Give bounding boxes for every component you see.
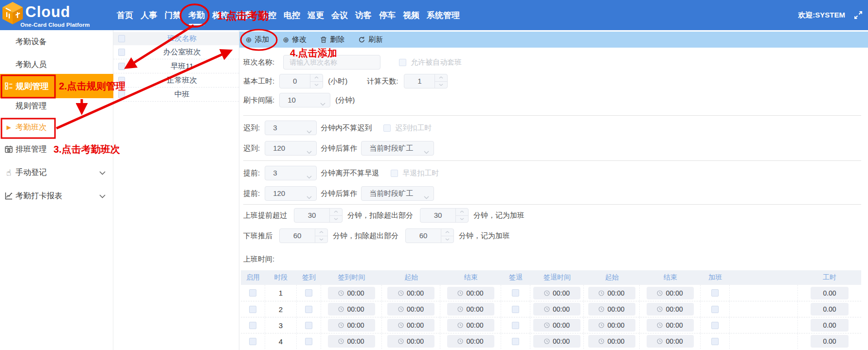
checkin-time-input[interactable]: 00:00 [328,303,375,315]
period-end-time-input[interactable]: 00:00 [447,319,494,332]
nav-item[interactable]: 首页 [117,10,133,21]
checkout-end-time-input[interactable]: 00:00 [647,303,694,315]
add-button[interactable]: ⊕ 添加 [246,35,270,44]
select-all-checkbox[interactable] [118,35,125,42]
overtime-checkbox[interactable] [711,322,719,329]
edit-button[interactable]: ⊕ 修改 [283,35,307,44]
stepper-arrows-icon[interactable] [329,209,342,222]
period-start-time-input[interactable]: 00:00 [387,303,434,315]
sidebar-subitem-attendance-shift[interactable]: ▶ 考勤班次 [0,120,113,135]
stepper-arrows-icon[interactable] [455,209,468,222]
late-grace-select[interactable]: 3 [265,121,317,135]
sidebar-item-attendance-devices[interactable]: 考勤设备 [0,34,113,50]
chevron-down-icon[interactable] [99,168,106,177]
row-checkbox[interactable] [118,77,125,84]
shift-name-input[interactable] [283,55,380,70]
overtime-checkbox[interactable] [711,289,719,297]
late-absent-select[interactable]: 120 [265,141,317,156]
late-deduct-checkbox[interactable] [383,124,391,132]
checkin-time-input[interactable]: 00:00 [328,287,375,299]
shift-list-row[interactable]: 正常班次 [113,73,239,88]
sidebar-item-manual-registration[interactable]: ☝ 手动登记 [0,165,113,180]
enable-checkbox[interactable] [249,338,256,345]
sidebar-item-attendance-report[interactable]: 考勤打卡报表 [0,188,113,204]
checkin-checkbox[interactable] [305,289,312,297]
enable-checkbox[interactable] [249,289,256,297]
period-start-time-input[interactable]: 00:00 [387,287,434,299]
checkout-checkbox[interactable] [512,322,519,329]
late-absent-type-select[interactable]: 当前时段旷工 [361,141,434,156]
checkout-time-input[interactable]: 00:00 [533,287,580,299]
period-start-time-input[interactable]: 00:00 [387,335,434,348]
nav-item[interactable]: 梯控 [212,10,229,21]
nav-item[interactable]: 消费 [236,10,253,21]
checkin-checkbox[interactable] [305,322,312,329]
refresh-button[interactable]: 刷新 [358,35,383,44]
nav-item[interactable]: 人事 [141,10,157,21]
delete-button[interactable]: 删除 [320,35,344,44]
period-start-time-input[interactable]: 00:00 [387,319,434,332]
stepper-arrows-icon[interactable] [441,229,453,243]
checkout-time-input[interactable]: 00:00 [533,319,580,332]
nav-item[interactable]: 视频 [403,10,419,21]
sidebar-subitem-rule-management[interactable]: 规则管理 [0,98,113,114]
early-absent-type-select[interactable]: 当前时段旷工 [361,186,434,201]
calc-days-stepper[interactable]: 1 [404,74,448,88]
checkout-end-time-input[interactable]: 00:00 [647,287,694,299]
checkout-time-input[interactable]: 00:00 [533,335,580,348]
checkout-end-time-input[interactable]: 00:00 [647,335,694,348]
nav-item[interactable]: 巡更 [307,10,324,21]
ot-after-stepper[interactable]: 60 [279,228,328,243]
chevron-down-icon[interactable] [99,192,106,200]
nav-item[interactable]: 会议 [331,10,348,21]
early-absent-select[interactable]: 120 [265,186,317,201]
swipe-interval-select[interactable]: 10 [279,93,330,107]
nav-item[interactable]: 停车 [379,10,396,21]
ot-before-deduct-stepper[interactable]: 30 [420,208,469,223]
fullscreen-icon[interactable] [853,10,863,20]
checkout-start-time-input[interactable]: 00:00 [588,335,635,348]
overtime-checkbox[interactable] [711,338,719,345]
early-grace-select[interactable]: 3 [265,166,317,180]
row-checkbox[interactable] [118,91,125,98]
row-checkbox[interactable] [118,49,125,56]
period-end-time-input[interactable]: 00:00 [447,335,494,348]
nav-item[interactable]: 电控 [284,10,300,21]
ot-after-deduct-stepper[interactable]: 60 [405,228,454,243]
sidebar-item-attendance-staff[interactable]: 考勤人员 [0,57,113,72]
row-checkbox[interactable] [118,63,125,70]
checkin-time-input[interactable]: 00:00 [328,319,375,332]
stepper-arrows-icon[interactable] [310,74,323,88]
shift-list-row[interactable]: 办公室班次 [113,45,239,59]
nav-item[interactable]: 系统管理 [427,10,460,21]
sidebar-item-scheduling[interactable]: 排班管理 [0,141,113,157]
checkout-end-time-input[interactable]: 00:00 [647,319,694,332]
stepper-arrows-icon[interactable] [315,229,327,243]
checkin-checkbox[interactable] [305,338,312,345]
checkout-start-time-input[interactable]: 00:00 [588,319,635,332]
nav-item[interactable]: 水控 [260,10,276,21]
checkin-time-input[interactable]: 00:00 [328,335,375,348]
checkin-checkbox[interactable] [305,306,312,313]
enable-checkbox[interactable] [249,322,256,329]
checkout-checkbox[interactable] [512,306,519,313]
nav-item[interactable]: 考勤 [188,10,205,21]
early-deduct-checkbox[interactable] [391,170,398,177]
ot-before-stepper[interactable]: 30 [294,208,343,223]
checkout-start-time-input[interactable]: 00:00 [588,303,635,315]
checkout-start-time-input[interactable]: 00:00 [588,287,635,299]
shift-list-row[interactable]: 中班 [113,88,239,102]
shift-list-row[interactable]: 早班11 [113,59,239,73]
overtime-checkbox[interactable] [711,306,719,313]
nav-item[interactable]: 门禁 [164,10,181,21]
enable-checkbox[interactable] [249,306,256,313]
checkout-time-input[interactable]: 00:00 [533,303,580,315]
auto-assign-checkbox[interactable] [399,59,406,66]
sidebar-item-rule-management[interactable]: 规则管理 [0,74,113,98]
period-end-time-input[interactable]: 00:00 [447,287,494,299]
checkout-checkbox[interactable] [512,289,519,297]
stepper-arrows-icon[interactable] [434,74,447,88]
period-end-time-input[interactable]: 00:00 [447,303,494,315]
checkout-checkbox[interactable] [512,338,519,345]
nav-item[interactable]: 访客 [355,10,372,21]
